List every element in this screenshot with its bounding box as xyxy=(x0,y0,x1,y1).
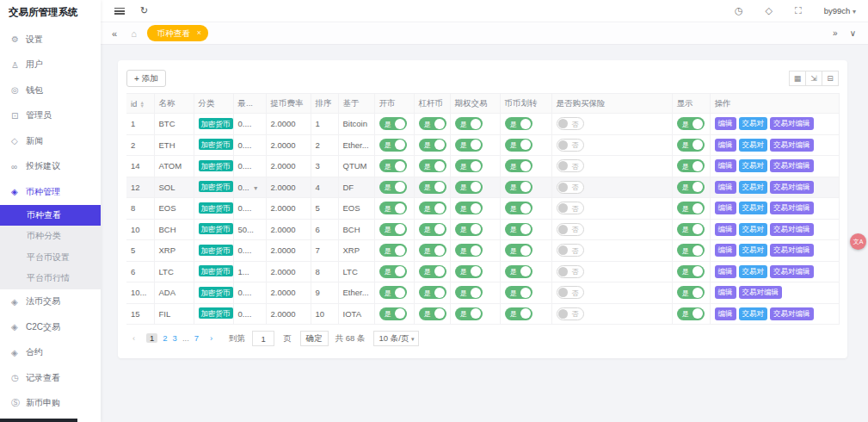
print-icon[interactable]: ⊟ xyxy=(822,71,839,86)
edit-button[interactable]: 编辑 xyxy=(715,286,736,299)
open-market-toggle[interactable]: 是 xyxy=(379,159,407,172)
options-trading-toggle[interactable]: 是 xyxy=(455,286,483,299)
pair-button[interactable]: 交易对 xyxy=(739,223,768,236)
fullscreen-icon[interactable]: ⛶ xyxy=(795,5,802,16)
display-toggle[interactable]: 是 xyxy=(677,139,705,152)
pair-edit-button[interactable]: 交易对编辑 xyxy=(770,202,814,214)
pair-edit-button[interactable]: 交易对编辑 xyxy=(739,286,783,299)
display-toggle[interactable]: 是 xyxy=(677,223,705,236)
pair-edit-button[interactable]: 交易对编辑 xyxy=(770,244,814,257)
options-trading-toggle[interactable]: 是 xyxy=(455,159,483,172)
options-trading-toggle[interactable]: 是 xyxy=(455,181,483,194)
sidebar-item-7[interactable]: ◈ 法币交易 xyxy=(0,289,101,315)
display-toggle[interactable]: 是 xyxy=(677,307,705,320)
sidebar-item-3[interactable]: ⊡ 管理员 xyxy=(0,103,101,129)
options-trading-toggle[interactable]: 是 xyxy=(455,117,483,130)
sidebar-item-6[interactable]: ◈ 币种管理 xyxy=(0,179,101,205)
leverage-toggle[interactable]: 是 xyxy=(419,159,446,172)
add-button[interactable]: + 添加 xyxy=(126,70,166,87)
sidebar-item-0[interactable]: ⚙ 设置 xyxy=(0,27,101,53)
leverage-toggle[interactable]: 是 xyxy=(419,117,446,130)
pair-edit-button[interactable]: 交易对编辑 xyxy=(770,307,814,320)
insurance-toggle[interactable]: 否 xyxy=(557,307,584,320)
edit-button[interactable]: 编辑 xyxy=(715,223,736,236)
page-prev-button[interactable]: ‹ xyxy=(126,331,141,346)
page-size-select[interactable]: 10 条/页 ▾ xyxy=(373,331,419,346)
page-button[interactable]: 3 xyxy=(173,333,177,343)
sidebar-item-10[interactable]: ◷ 记录查看 xyxy=(0,365,101,391)
submenu-item-1[interactable]: 币种分类 xyxy=(0,226,101,247)
pair-button[interactable]: 交易对 xyxy=(739,117,768,130)
open-market-toggle[interactable]: 是 xyxy=(379,117,407,130)
sidebar-item-9[interactable]: ◈ 合约 xyxy=(0,340,101,366)
coin-transfer-toggle[interactable]: 是 xyxy=(505,181,532,194)
columns-filter-icon[interactable]: ▦ xyxy=(789,71,806,86)
leverage-toggle[interactable]: 是 xyxy=(419,139,446,152)
submenu-item-3[interactable]: 平台币行情 xyxy=(0,268,101,289)
display-toggle[interactable]: 是 xyxy=(677,244,705,257)
submenu-item-2[interactable]: 平台币设置 xyxy=(0,247,101,269)
page-button[interactable]: 1 xyxy=(146,333,157,343)
insurance-toggle[interactable]: 否 xyxy=(557,139,584,152)
sidebar-item-4[interactable]: ◇ 新闻 xyxy=(0,128,101,154)
page-button[interactable]: 2 xyxy=(163,333,167,343)
edit-button[interactable]: 编辑 xyxy=(715,159,736,172)
pair-edit-button[interactable]: 交易对编辑 xyxy=(770,181,814,194)
edit-button[interactable]: 编辑 xyxy=(715,265,736,278)
tabs-scroll-left-icon[interactable]: « xyxy=(112,28,117,39)
export-icon[interactable]: ⇲ xyxy=(805,71,822,86)
tab-close-icon[interactable]: × xyxy=(197,25,201,41)
home-icon[interactable]: ⌂ xyxy=(131,28,137,39)
insurance-toggle[interactable]: 否 xyxy=(557,202,584,214)
page-button[interactable]: 7 xyxy=(194,333,199,343)
tabs-menu-icon[interactable]: ∨ xyxy=(850,28,856,38)
sidebar-item-2[interactable]: ◎ 钱包 xyxy=(0,78,101,103)
pair-edit-button[interactable]: 交易对编辑 xyxy=(770,265,814,278)
options-trading-toggle[interactable]: 是 xyxy=(455,244,483,257)
edit-button[interactable]: 编辑 xyxy=(715,202,736,214)
display-toggle[interactable]: 是 xyxy=(677,202,705,214)
sidebar-item-5[interactable]: ∞ 投拆建议 xyxy=(0,154,101,180)
display-toggle[interactable]: 是 xyxy=(677,265,705,278)
coin-transfer-toggle[interactable]: 是 xyxy=(505,223,532,236)
coin-transfer-toggle[interactable]: 是 xyxy=(505,307,532,320)
pair-button[interactable]: 交易对 xyxy=(739,307,768,320)
coin-transfer-toggle[interactable]: 是 xyxy=(505,159,532,172)
pair-button[interactable]: 交易对 xyxy=(739,159,768,172)
display-toggle[interactable]: 是 xyxy=(677,117,705,130)
edit-button[interactable]: 编辑 xyxy=(715,117,736,130)
insurance-toggle[interactable]: 否 xyxy=(557,181,584,194)
display-toggle[interactable]: 是 xyxy=(677,159,705,172)
insurance-toggle[interactable]: 否 xyxy=(557,117,584,130)
pair-button[interactable]: 交易对 xyxy=(739,202,768,214)
leverage-toggle[interactable]: 是 xyxy=(419,265,446,278)
open-market-toggle[interactable]: 是 xyxy=(379,139,407,152)
coin-transfer-toggle[interactable]: 是 xyxy=(505,202,532,214)
open-market-toggle[interactable]: 是 xyxy=(379,181,407,194)
open-market-toggle[interactable]: 是 xyxy=(379,244,407,257)
sort-icon[interactable]: ▲▼ xyxy=(139,101,144,108)
insurance-toggle[interactable]: 否 xyxy=(557,159,584,172)
open-market-toggle[interactable]: 是 xyxy=(379,286,407,299)
translate-button[interactable]: 文A xyxy=(850,233,866,250)
insurance-toggle[interactable]: 否 xyxy=(557,244,584,257)
open-market-toggle[interactable]: 是 xyxy=(379,307,407,320)
sidebar-item-8[interactable]: ◈ C2C交易 xyxy=(0,314,101,340)
pair-edit-button[interactable]: 交易对编辑 xyxy=(770,159,814,172)
submenu-item-0[interactable]: 币种查看 xyxy=(0,205,101,227)
insurance-toggle[interactable]: 否 xyxy=(557,265,584,278)
user-menu[interactable]: by99ch ▾ xyxy=(824,6,856,16)
open-market-toggle[interactable]: 是 xyxy=(379,265,407,278)
options-trading-toggle[interactable]: 是 xyxy=(455,265,483,278)
options-trading-toggle[interactable]: 是 xyxy=(455,307,483,320)
tab-active[interactable]: 币种查看 × xyxy=(147,25,208,41)
options-trading-toggle[interactable]: 是 xyxy=(455,223,483,236)
jump-confirm-button[interactable]: 确定 xyxy=(300,331,329,346)
sidebar-item-1[interactable]: ♙ 用户 xyxy=(0,53,101,78)
leverage-toggle[interactable]: 是 xyxy=(419,223,446,236)
pair-button[interactable]: 交易对 xyxy=(739,265,768,278)
pair-edit-button[interactable]: 交易对编辑 xyxy=(770,139,814,152)
leverage-toggle[interactable]: 是 xyxy=(419,181,446,194)
chevron-down-icon[interactable]: ▼ xyxy=(253,185,259,191)
sidebar-item-11[interactable]: Ⓢ 新币申购 xyxy=(0,391,101,417)
